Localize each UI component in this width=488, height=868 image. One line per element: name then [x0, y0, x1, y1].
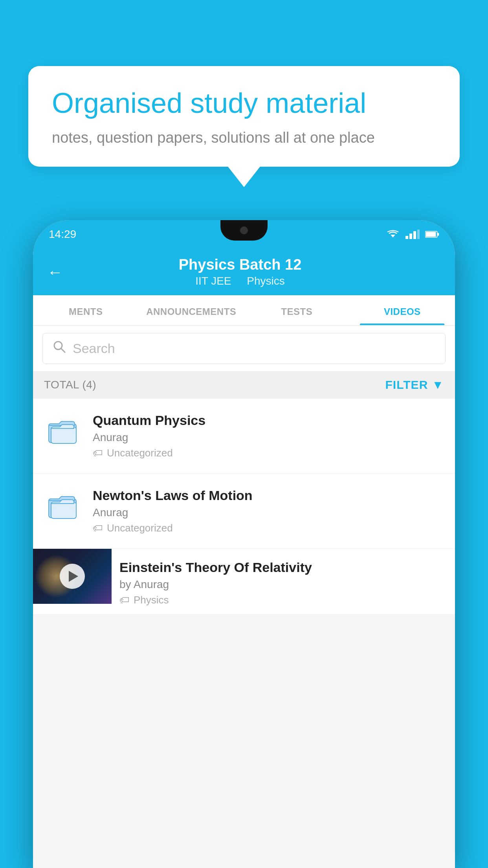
status-time: 14:29	[49, 228, 76, 241]
video-item-info: Quantum Physics Anurag 🏷 Uncategorized	[93, 413, 444, 459]
status-bar: 14:29	[33, 220, 455, 248]
phone-inner: 14:29	[33, 220, 455, 868]
tag-icon: 🏷	[93, 447, 103, 459]
filter-label: FILTER	[385, 378, 428, 392]
svg-rect-13	[51, 502, 76, 519]
battery-icon	[425, 230, 439, 239]
wifi-icon	[386, 230, 400, 239]
play-icon	[69, 571, 78, 582]
list-item[interactable]: Newton's Laws of Motion Anurag 🏷 Uncateg…	[33, 474, 455, 549]
header-title: Physics Batch 12	[72, 256, 408, 273]
video-tag: 🏷 Uncategorized	[93, 447, 444, 459]
play-button[interactable]	[60, 564, 85, 589]
tag-icon: 🏷	[93, 522, 103, 534]
header-subtags: IIT JEE Physics	[72, 275, 408, 287]
svg-rect-1	[405, 236, 408, 239]
app-header: ← Physics Batch 12 IIT JEE Physics	[33, 248, 455, 295]
signal-icon	[405, 230, 420, 239]
tag-label: Physics	[134, 594, 169, 606]
tab-videos[interactable]: VIDEOS	[350, 295, 455, 325]
tab-ments[interactable]: MENTS	[33, 295, 139, 325]
tag-icon: 🏷	[119, 594, 130, 606]
header-info: Physics Batch 12 IIT JEE Physics	[72, 256, 408, 287]
camera-dot	[240, 226, 248, 234]
video-tag: 🏷 Uncategorized	[93, 522, 444, 534]
list-item[interactable]: Quantum Physics Anurag 🏷 Uncategorized	[33, 399, 455, 474]
bubble-subtitle: notes, question papers, solutions all at…	[52, 129, 436, 146]
filter-button[interactable]: FILTER ▼	[385, 378, 444, 392]
bubble-title: Organised study material	[52, 86, 436, 120]
video-author: Anurag	[93, 431, 444, 444]
phone-frame: 14:29	[33, 220, 455, 868]
filter-funnel-icon: ▼	[432, 378, 444, 392]
search-bar[interactable]: Search	[42, 333, 446, 364]
list-item[interactable]: Einstein's Theory Of Relativity by Anura…	[33, 549, 455, 614]
svg-rect-3	[413, 231, 416, 239]
search-icon	[52, 340, 66, 357]
search-placeholder: Search	[73, 341, 436, 356]
header-tag1: IIT JEE	[195, 275, 231, 287]
folder-icon-wrap	[44, 413, 83, 448]
folder-icon	[48, 490, 79, 521]
tabs-bar: MENTS ANNOUNCEMENTS TESTS VIDEOS	[33, 295, 455, 326]
tab-tests[interactable]: TESTS	[244, 295, 350, 325]
svg-rect-11	[51, 427, 76, 443]
content-area: Search TOTAL (4) FILTER ▼	[33, 326, 455, 868]
svg-rect-4	[417, 230, 420, 239]
tag-label: Uncategorized	[107, 447, 173, 459]
svg-rect-7	[426, 232, 436, 237]
video-author: by Anurag	[119, 578, 447, 591]
video-title: Einstein's Theory Of Relativity	[119, 560, 447, 575]
video-item-info: Einstein's Theory Of Relativity by Anura…	[112, 549, 455, 614]
tab-announcements[interactable]: ANNOUNCEMENTS	[139, 295, 244, 325]
video-author: Anurag	[93, 506, 444, 519]
speech-bubble: Organised study material notes, question…	[28, 66, 460, 167]
svg-marker-0	[391, 235, 395, 237]
search-bar-wrap: Search	[33, 326, 455, 371]
back-button[interactable]: ←	[47, 264, 63, 280]
video-list: Quantum Physics Anurag 🏷 Uncategorized	[33, 399, 455, 614]
svg-rect-2	[409, 234, 412, 239]
folder-icon-wrap	[44, 488, 83, 523]
notch	[220, 220, 268, 241]
folder-icon	[48, 415, 79, 446]
video-tag: 🏷 Physics	[119, 594, 447, 606]
video-item-info: Newton's Laws of Motion Anurag 🏷 Uncateg…	[93, 488, 444, 534]
svg-rect-6	[438, 233, 439, 236]
einstein-thumbnail	[33, 549, 112, 604]
status-icons	[386, 230, 439, 239]
total-count: TOTAL (4)	[44, 379, 96, 391]
header-tag2: Physics	[247, 275, 284, 287]
filter-row: TOTAL (4) FILTER ▼	[33, 371, 455, 399]
video-title: Quantum Physics	[93, 413, 444, 428]
tag-label: Uncategorized	[107, 522, 173, 534]
svg-line-9	[61, 348, 65, 352]
video-title: Newton's Laws of Motion	[93, 488, 444, 503]
